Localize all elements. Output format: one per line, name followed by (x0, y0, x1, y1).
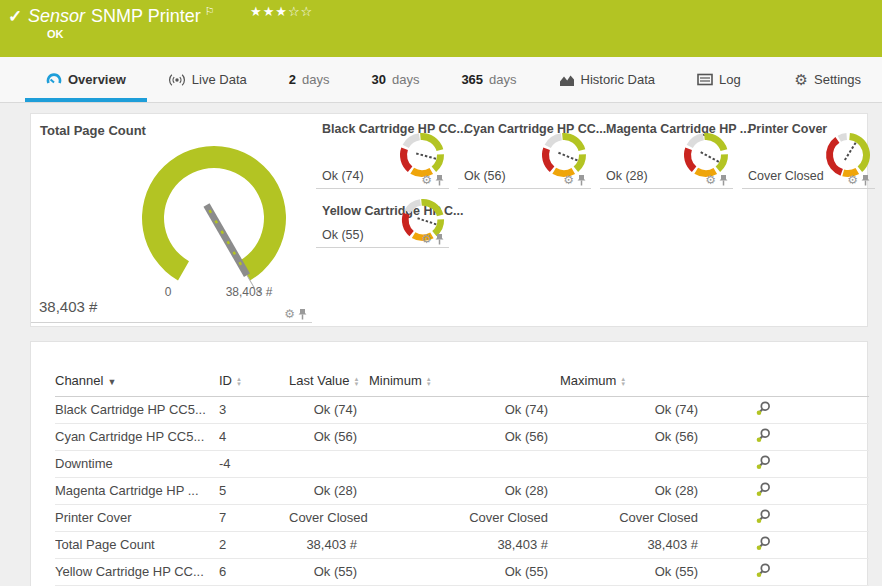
channel-settings-icon[interactable] (756, 401, 771, 419)
channel-last-value: Ok (56) (289, 423, 369, 450)
tab-live-data[interactable]: Live Data (147, 57, 268, 102)
channel-name: Downtime (55, 450, 219, 477)
pin-icon[interactable] (298, 308, 307, 320)
channel-id: 5 (219, 477, 289, 504)
tab-365-days[interactable]: 365 days (440, 57, 537, 102)
gauge-value: Ok (55) (322, 228, 364, 242)
gauge-settings-gear-icon[interactable]: ⚙ (421, 174, 432, 186)
channel-minimum: Ok (28) (369, 477, 560, 504)
tab-historic-data-label: Historic Data (581, 72, 655, 87)
channel-name: Yellow Cartridge HP CC... (55, 558, 219, 585)
sensor-header: ✓ SensorSNMP Printer⚐ ★★★☆☆ OK (0, 0, 882, 57)
column-header-id[interactable]: ID▲▼ (219, 366, 289, 396)
channel-settings-icon[interactable] (756, 536, 771, 554)
sensor-title-line: SensorSNMP Printer⚐ (28, 5, 215, 27)
sort-desc-icon: ▼ (107, 377, 116, 387)
gauge-current-value: 38,403 # (39, 298, 97, 315)
table-row: Cyan Cartridge HP CC5... 4 Ok (56) Ok (5… (55, 423, 869, 450)
stars-empty[interactable]: ☆☆ (288, 4, 313, 19)
tab-2-days-unit: days (302, 72, 329, 87)
gauge-settings-gear-icon[interactable]: ⚙ (284, 308, 295, 320)
gauge-cell-magenta-cartridge: Magenta Cartridge HP ... Ok (28) ⚙ (600, 114, 733, 189)
column-header-last-value[interactable]: Last Value▲▼ (289, 366, 369, 396)
broadcast-icon (168, 73, 186, 87)
channel-id: 6 (219, 558, 289, 585)
sort-icon: ▲▼ (426, 377, 432, 387)
pin-icon[interactable] (861, 174, 870, 186)
channel-maximum: Cover Closed (560, 504, 710, 531)
sort-icon: ▲▼ (353, 377, 359, 387)
tab-live-data-label: Live Data (192, 72, 247, 87)
channel-name: Cyan Cartridge HP CC5... (55, 423, 219, 450)
gauge-settings-gear-icon[interactable]: ⚙ (847, 174, 858, 186)
tab-365-days-unit: days (489, 72, 516, 87)
column-header-actions (710, 366, 869, 396)
column-header-channel[interactable]: Channel▼ (55, 366, 219, 396)
object-kind-label: Sensor (28, 6, 85, 26)
gauge-settings-gear-icon[interactable]: ⚙ (563, 174, 574, 186)
printer-cover-gauge (824, 131, 872, 179)
pin-icon[interactable] (719, 174, 728, 186)
channel-minimum: 38,403 # (369, 531, 560, 558)
priority-flag-icon[interactable]: ⚐ (205, 5, 215, 17)
chart-icon (559, 73, 575, 87)
tab-30-days[interactable]: 30 days (350, 57, 440, 102)
channel-settings-icon[interactable] (756, 509, 771, 527)
channel-name: Black Cartridge HP CC5... (55, 396, 219, 423)
channel-settings-icon[interactable] (756, 563, 771, 581)
page-title: SNMP Printer (91, 6, 201, 26)
pin-icon[interactable] (435, 174, 444, 186)
tab-overview-label: Overview (68, 72, 126, 87)
column-header-minimum[interactable]: Minimum▲▼ (369, 366, 560, 396)
tab-settings[interactable]: ⚙ Settings (774, 57, 882, 102)
tab-365-days-number: 365 (461, 72, 483, 87)
tab-historic-data[interactable]: Historic Data (538, 57, 676, 102)
pin-icon[interactable] (435, 233, 444, 245)
gauge-title: Printer Cover (748, 122, 827, 136)
gauge-scale-max: 38,403 # (211, 285, 287, 299)
log-list-icon (697, 73, 713, 86)
gauge-icon (46, 72, 62, 87)
priority-stars[interactable]: ★★★☆☆ (250, 4, 313, 19)
channel-settings-icon[interactable] (756, 482, 771, 500)
gauge-value: Ok (28) (606, 169, 648, 183)
table-row: Downtime -4 (55, 450, 869, 477)
cyan-cartridge-gauge (540, 131, 588, 179)
sort-icon: ▲▼ (236, 377, 242, 387)
tab-2-days[interactable]: 2 days (268, 57, 351, 102)
channel-id: 7 (219, 504, 289, 531)
tab-2-days-number: 2 (289, 72, 296, 87)
channel-name: Total Page Count (55, 531, 219, 558)
channel-settings-icon[interactable] (756, 428, 771, 446)
gauge-cell-yellow-cartridge: Yellow Cartridge HP C... Ok (55) ⚙ (316, 196, 449, 248)
tab-bar: Overview Live Data 2 days 30 days 365 da… (0, 57, 882, 103)
channel-settings-icon[interactable] (756, 455, 771, 473)
tab-settings-label: Settings (814, 72, 861, 87)
stars-filled[interactable]: ★★★ (250, 4, 288, 19)
tab-30-days-unit: days (392, 72, 419, 87)
gauge-settings-gear-icon[interactable]: ⚙ (421, 233, 432, 245)
gear-icon: ⚙ (795, 71, 808, 89)
gauge-title: Total Page Count (40, 123, 146, 138)
channel-minimum (369, 450, 560, 477)
channel-name: Printer Cover (55, 504, 219, 531)
status-badge: OK (47, 28, 64, 40)
channel-last-value: Ok (55) (289, 558, 369, 585)
column-header-maximum[interactable]: Maximum▲▼ (560, 366, 710, 396)
channel-last-value: Ok (74) (289, 396, 369, 423)
channel-id: -4 (219, 450, 289, 477)
gauge-value: Ok (56) (464, 169, 506, 183)
channel-last-value (289, 450, 369, 477)
channel-last-value: Cover Closed (289, 504, 369, 531)
tab-overview[interactable]: Overview (25, 57, 147, 102)
ok-check-icon: ✓ (8, 6, 22, 27)
channel-maximum: 38,403 # (560, 531, 710, 558)
table-row: Total Page Count 2 38,403 # 38,403 # 38,… (55, 531, 869, 558)
tab-log[interactable]: Log (676, 57, 762, 102)
gauges-panel: Total Page Count × 0 38,403 # 38,403 # ⚙… (30, 113, 868, 327)
pin-icon[interactable] (577, 174, 586, 186)
gauge-scale-min: 0 (156, 285, 180, 299)
table-header-row: Channel▼ ID▲▼ Last Value▲▼ Minimum▲▼ Max… (55, 366, 869, 396)
gauge-value: Cover Closed (748, 169, 824, 183)
gauge-settings-gear-icon[interactable]: ⚙ (705, 174, 716, 186)
